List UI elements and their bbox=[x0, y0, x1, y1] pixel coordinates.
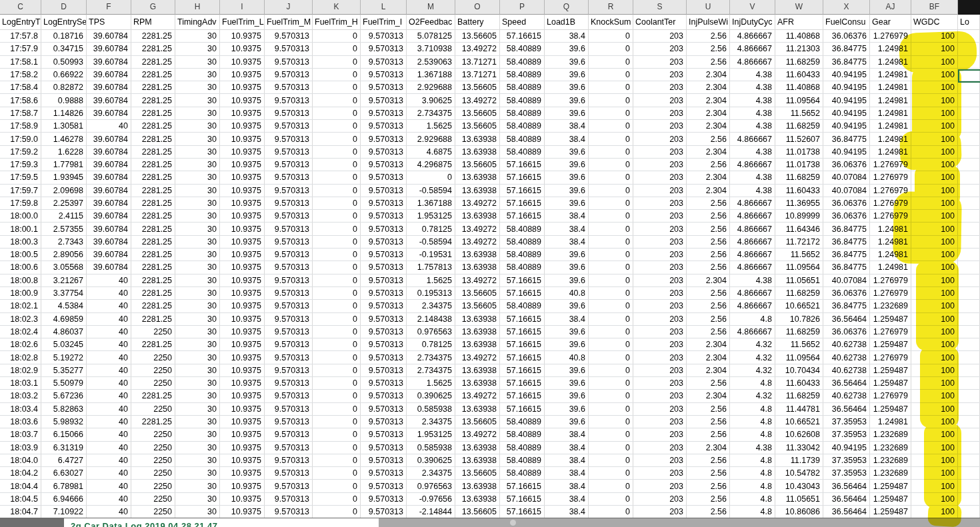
cell[interactable]: 0 bbox=[589, 185, 633, 197]
cell[interactable]: 0.976563 bbox=[407, 326, 455, 338]
cell[interactable]: 9.570313 bbox=[265, 428, 313, 440]
cell[interactable]: -2.14844 bbox=[407, 506, 455, 518]
cell[interactable] bbox=[958, 249, 980, 261]
cell[interactable]: 203 bbox=[633, 120, 687, 132]
cell[interactable]: 10.9375 bbox=[220, 185, 265, 197]
cell[interactable]: 4.38 bbox=[730, 120, 775, 132]
cell[interactable]: 1.259487 bbox=[870, 377, 911, 389]
cell[interactable]: 11.60433 bbox=[775, 377, 823, 389]
cell[interactable]: 1.5625 bbox=[407, 377, 455, 389]
cell[interactable]: 0 bbox=[589, 313, 633, 325]
cell[interactable]: 100 bbox=[911, 120, 958, 132]
cell[interactable]: 13.49272 bbox=[455, 390, 500, 402]
cell[interactable]: 10.9375 bbox=[220, 338, 265, 350]
cell[interactable] bbox=[958, 300, 980, 312]
header-cell-Gear[interactable]: Gear bbox=[870, 15, 911, 30]
cell[interactable]: 30 bbox=[175, 480, 220, 492]
cell[interactable]: 2.56 bbox=[687, 403, 730, 415]
cell[interactable]: 17:59.5 bbox=[0, 171, 41, 183]
cell[interactable]: 30 bbox=[175, 261, 220, 273]
cell[interactable]: 58.40889 bbox=[500, 133, 545, 145]
cell[interactable]: 36.06376 bbox=[823, 287, 870, 299]
cell[interactable]: 10.9375 bbox=[220, 390, 265, 402]
cell[interactable]: 0 bbox=[589, 493, 633, 505]
cell[interactable]: 2250 bbox=[131, 364, 175, 376]
cell[interactable]: 100 bbox=[911, 454, 958, 466]
cell[interactable]: 39.60784 bbox=[87, 146, 131, 158]
cell[interactable]: 100 bbox=[911, 480, 958, 492]
cell[interactable]: 11.1739 bbox=[775, 454, 823, 466]
cell[interactable]: 2250 bbox=[131, 506, 175, 518]
cell[interactable]: 39.6 bbox=[545, 261, 589, 273]
cell[interactable]: 1.24981 bbox=[870, 236, 911, 248]
cell[interactable]: 36.84775 bbox=[823, 223, 870, 235]
cell[interactable]: 11.05651 bbox=[775, 493, 823, 505]
cell[interactable]: 0 bbox=[313, 351, 361, 363]
cell[interactable]: 58.40889 bbox=[500, 467, 545, 479]
cell[interactable]: 9.570313 bbox=[265, 416, 313, 428]
cell[interactable]: 36.06376 bbox=[823, 159, 870, 171]
cell[interactable]: 2281.25 bbox=[131, 390, 175, 402]
cell[interactable] bbox=[958, 133, 980, 145]
cell[interactable]: 37.35953 bbox=[823, 467, 870, 479]
cell[interactable]: 11.5652 bbox=[775, 249, 823, 261]
cell[interactable]: 2.539063 bbox=[407, 56, 455, 68]
cell[interactable]: 39.60784 bbox=[87, 249, 131, 261]
cell[interactable]: 30 bbox=[175, 403, 220, 415]
cell[interactable]: 10.9375 bbox=[220, 274, 265, 286]
cell[interactable]: 1.259487 bbox=[870, 480, 911, 492]
cell[interactable]: 40 bbox=[87, 390, 131, 402]
cell[interactable]: 2281.25 bbox=[131, 210, 175, 222]
cell[interactable]: 10.9375 bbox=[220, 107, 265, 119]
cell[interactable]: 0.50993 bbox=[41, 56, 87, 68]
cell[interactable]: 40 bbox=[87, 416, 131, 428]
cell[interactable]: 100 bbox=[911, 428, 958, 440]
cell[interactable]: 203 bbox=[633, 454, 687, 466]
cell[interactable]: 11.5652 bbox=[775, 338, 823, 350]
cell[interactable]: 0 bbox=[313, 197, 361, 209]
cell[interactable]: 2.4115 bbox=[41, 210, 87, 222]
cell[interactable]: 0 bbox=[589, 159, 633, 171]
cell[interactable]: 1.276979 bbox=[870, 390, 911, 402]
cell[interactable]: 4.8 bbox=[730, 454, 775, 466]
cell[interactable]: 0 bbox=[313, 403, 361, 415]
cell[interactable]: 0.34715 bbox=[41, 43, 87, 55]
cell[interactable]: 40.94195 bbox=[823, 146, 870, 158]
cell[interactable]: 10.66521 bbox=[775, 300, 823, 312]
cell[interactable]: 4.866667 bbox=[730, 210, 775, 222]
cell[interactable]: 1.24981 bbox=[870, 69, 911, 81]
cell[interactable]: 37.35953 bbox=[823, 454, 870, 466]
cell[interactable]: 2281.25 bbox=[131, 69, 175, 81]
cell[interactable]: 10.66521 bbox=[775, 416, 823, 428]
cell[interactable]: 9.570313 bbox=[265, 159, 313, 171]
cell[interactable]: 58.40889 bbox=[500, 81, 545, 93]
cell[interactable]: 18:03.7 bbox=[0, 428, 41, 440]
cell[interactable]: 1.24981 bbox=[870, 94, 911, 106]
cell[interactable]: 39.60784 bbox=[87, 133, 131, 145]
cell[interactable]: 57.16615 bbox=[500, 313, 545, 325]
cell[interactable]: 57.16615 bbox=[500, 287, 545, 299]
cell[interactable]: 2.734375 bbox=[407, 351, 455, 363]
cell[interactable]: 39.6 bbox=[545, 364, 589, 376]
cell[interactable] bbox=[958, 467, 980, 479]
cell[interactable]: 2281.25 bbox=[131, 56, 175, 68]
header-cell-O2Feedbac[interactable]: O2Feedbac bbox=[407, 15, 455, 30]
cell[interactable]: 11.21303 bbox=[775, 43, 823, 55]
cell[interactable]: 2.25397 bbox=[41, 197, 87, 209]
cell[interactable]: 0.78125 bbox=[407, 338, 455, 350]
cell[interactable]: 9.570313 bbox=[265, 236, 313, 248]
cell[interactable]: 40 bbox=[87, 364, 131, 376]
cell[interactable]: 10.9375 bbox=[220, 300, 265, 312]
cell[interactable]: 2250 bbox=[131, 442, 175, 454]
cell[interactable]: 0 bbox=[589, 454, 633, 466]
cell[interactable] bbox=[958, 146, 980, 158]
cell[interactable]: 18:03.2 bbox=[0, 390, 41, 402]
cell[interactable]: 100 bbox=[911, 133, 958, 145]
cell[interactable]: 3.21267 bbox=[41, 274, 87, 286]
cell[interactable]: 10.9375 bbox=[220, 377, 265, 389]
cell[interactable]: 17:57.8 bbox=[0, 30, 41, 42]
cell[interactable]: 0 bbox=[313, 43, 361, 55]
cell[interactable]: 0 bbox=[313, 81, 361, 93]
cell[interactable]: 2.56 bbox=[687, 326, 730, 338]
cell[interactable]: 10.89999 bbox=[775, 210, 823, 222]
